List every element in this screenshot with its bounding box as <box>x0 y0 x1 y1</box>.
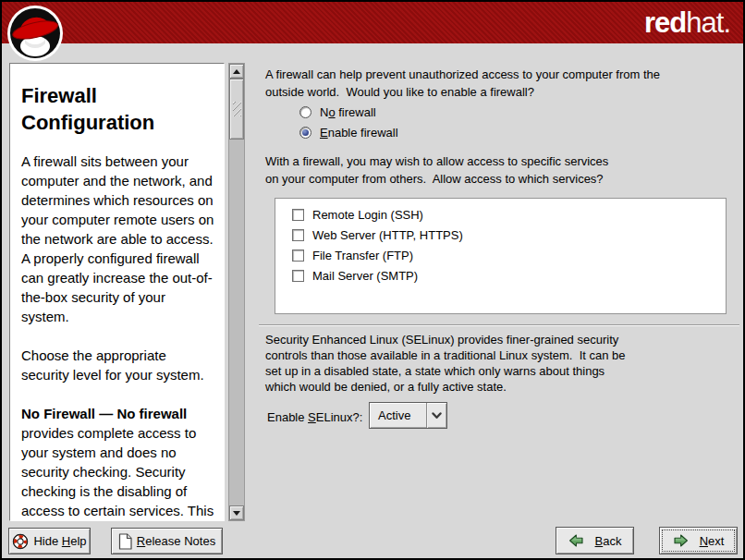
brand-bold-text: red <box>644 6 686 39</box>
dropdown-value: Active <box>370 408 426 422</box>
firewall-question-text: A firewall can help prevent unauthorized… <box>265 66 732 101</box>
lifebuoy-icon <box>12 533 29 550</box>
service-row-ftp[interactable]: File Transfer (FTP) <box>292 245 726 265</box>
selinux-description: Security Enhanced Linux (SELinux) provid… <box>265 332 732 395</box>
checkbox-icon[interactable] <box>292 229 304 241</box>
chevron-down-icon <box>432 412 442 420</box>
document-icon <box>118 533 132 550</box>
scroll-up-button[interactable] <box>229 64 244 79</box>
service-row-web[interactable]: Web Server (HTTP, HTTPS) <box>292 225 726 245</box>
radio-button-icon[interactable] <box>299 106 311 118</box>
service-row-ssh[interactable]: Remote Login (SSH) <box>292 204 726 225</box>
help-paragraph-1: A firewall sits between your computer an… <box>21 152 216 326</box>
help-panel: Firewall Configuration A firewall sits b… <box>9 63 225 521</box>
checkbox-icon[interactable] <box>292 270 304 282</box>
selinux-label: Enable SELinux?: <box>267 410 362 424</box>
release-notes-label: Release Notes <box>137 534 215 548</box>
help-dash: — <box>95 406 116 421</box>
brand-light-text: hat. <box>686 6 730 39</box>
dropdown-arrow-area[interactable] <box>426 403 446 428</box>
checkbox-icon[interactable] <box>292 250 304 262</box>
arrow-up-icon <box>233 69 240 74</box>
selinux-dropdown[interactable]: Active <box>369 402 447 429</box>
brand-wordmark: redhat. <box>644 7 730 39</box>
service-label: Remote Login (SSH) <box>312 208 423 222</box>
help-scrollbar[interactable] <box>228 63 245 521</box>
next-button[interactable]: Next <box>659 527 738 554</box>
service-row-smtp[interactable]: Mail Server (SMTP) <box>292 265 726 286</box>
help-title: Firewall Configuration <box>21 82 216 136</box>
radio-enable-firewall[interactable]: Enable firewall <box>299 125 398 140</box>
section-separator <box>259 324 739 326</box>
help-bold-term-2: No firewall <box>116 406 187 421</box>
radio-enable-firewall-label: Enable firewall <box>320 126 398 140</box>
next-label: Next <box>700 534 725 548</box>
hide-help-button[interactable]: Hide Help <box>8 528 91 554</box>
radio-no-firewall-label: No firewall <box>320 105 376 119</box>
radio-button-icon[interactable] <box>299 127 311 139</box>
back-label: Back <box>595 534 622 548</box>
back-arrow-icon <box>568 533 584 548</box>
back-button[interactable]: Back <box>556 527 634 554</box>
hide-help-label: Hide Help <box>33 534 86 548</box>
help-paragraph-2: Choose the appropriate security level fo… <box>21 346 216 384</box>
next-arrow-icon <box>673 533 689 548</box>
service-label: Mail Server (SMTP) <box>312 269 418 283</box>
scroll-down-button[interactable] <box>229 505 244 520</box>
installer-window: redhat. Firewall Configuration A firewal… <box>0 0 745 560</box>
header-banner: redhat. <box>2 2 743 43</box>
help-bold-term: No Firewall <box>21 406 95 421</box>
scroll-thumb[interactable] <box>229 79 244 140</box>
service-label: File Transfer (FTP) <box>312 249 413 262</box>
thumb-grip-icon <box>233 102 241 116</box>
service-label: Web Server (HTTP, HTTPS) <box>312 228 463 242</box>
help-paragraph-3: No Firewall — No firewall provides compl… <box>21 404 216 521</box>
arrow-down-icon <box>233 511 240 516</box>
radio-no-firewall[interactable]: No firewall <box>299 104 376 119</box>
help-paragraph-3-text: provides complete access to your system … <box>21 425 214 521</box>
checkbox-icon[interactable] <box>292 209 304 221</box>
release-notes-button[interactable]: Release Notes <box>111 528 223 554</box>
redhat-shadowman-logo-icon <box>6 5 64 62</box>
services-box: Remote Login (SSH) Web Server (HTTP, HTT… <box>275 198 727 314</box>
services-question-text: With a firewall, you may wish to allow a… <box>265 152 732 188</box>
